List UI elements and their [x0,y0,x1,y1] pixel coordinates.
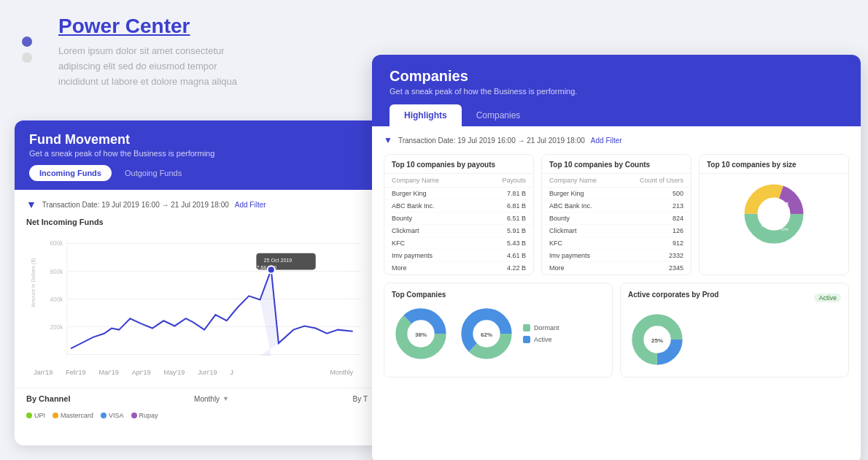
legend-sq-active [523,336,530,343]
svg-point-15 [268,266,275,273]
tab-outgoing-funds[interactable]: Outgoing Funds [115,165,192,181]
top-companies-title: Top Companies [392,291,605,299]
active-corporates-donut: 25% [628,310,686,369]
legend-rupay: Rupay [131,412,158,419]
tab-incoming-funds[interactable]: Incoming Funds [29,165,112,181]
svg-text:50%: 50% [780,227,788,231]
svg-text:600k: 600k [50,240,64,247]
x-label-jan: Jan'19 [34,369,53,376]
status-badge: Active [814,294,841,302]
legend-dot-mastercard [53,413,58,418]
table-row: KFC912 [542,237,691,250]
table-size: Top 10 companies by size 5 50% 1 32% [699,154,849,275]
x-label-apr: Apr'19 [132,369,151,376]
fund-card-subtitle: Get a sneak peak of how the Business is … [29,149,365,158]
table-row: Bounty824 [542,212,691,225]
page-title: Power Center [58,15,237,38]
table-row: Clickmart126 [542,225,691,237]
legend-dot-rupay [131,413,137,418]
counts-table: Company Name Count of Users Burger King5… [542,174,691,275]
toggle-dot-2 [22,53,32,63]
svg-text:600k: 600k [50,268,64,275]
legend-mastercard: Mastercard [53,412,93,419]
col-company-name-2: Company Name [542,174,619,188]
svg-text:25 Oct 2019: 25 Oct 2019 [264,258,292,264]
fund-card-header: Fund Movement Get a sneak peak of how th… [15,120,379,190]
fund-add-filter-button[interactable]: Add Filter [235,201,266,209]
table-payouts-title: Top 10 companies by payouts [384,155,533,174]
table-row: Burger King7.81 B [384,188,533,200]
top-companies-legend: Dormant Active [523,324,559,343]
size-donut-chart: 5 50% 1 32% [700,174,848,254]
table-row: More2345 [542,262,691,275]
x-label-jun: Jun'19 [198,369,217,376]
legend-dot-upi [26,413,32,418]
table-row: Imv payments2332 [542,250,691,262]
legend-sq-dormant [523,324,530,331]
col-company-name-1: Company Name [384,174,476,188]
fund-filter-text: Transaction Date: 19 Jul 2019 16:00 → 21… [42,201,229,209]
svg-text:32%: 32% [761,223,769,228]
fund-chart: 600k 600k 400k 200k Amount in Dollars ($… [26,232,368,367]
active-corporates-content: 25% [628,310,841,369]
x-label-mar: Mar'19 [99,369,119,376]
legend-dot-visa [101,413,106,418]
table-row: Burger King500 [542,188,691,200]
table-row: Bounty6.51 B [384,212,533,225]
table-counts-title: Top 10 companies by Counts [542,155,691,174]
svg-text:62%: 62% [481,331,492,338]
table-size-title: Top 10 companies by size [700,155,848,174]
svg-text:Amount in Dollars ($): Amount in Dollars ($) [31,258,36,307]
fund-card-body: ▼ Transaction Date: 19 Jul 2019 16:00 → … [15,190,379,385]
col-count-users: Count of Users [619,174,691,188]
companies-card: Companies Get a sneak peak of how the Bu… [372,55,861,460]
svg-text:38%: 38% [415,331,427,338]
table-counts: Top 10 companies by Counts Company Name … [541,154,691,275]
by-channel-bar: By Channel Monthly ▼ By T [15,388,379,409]
companies-subtitle: Get a sneak peak of how the Business is … [390,87,843,96]
filter-icon: ▼ [26,199,36,210]
fund-filter-bar: ▼ Transaction Date: 19 Jul 2019 16:00 → … [26,199,368,210]
svg-text:25%: 25% [651,337,663,344]
companies-title: Companies [390,68,843,85]
fund-movement-card: Fund Movement Get a sneak peak of how th… [15,120,379,445]
legend-visa: VISA [101,412,124,419]
companies-filter-text: Transaction Date: 19 Jul 2019 16:00 → 21… [398,137,585,145]
bottom-grid: Top Companies 38% 62% [384,283,849,377]
toggle-dots [22,37,32,63]
active-corporates-title: Active corporates by Prod [628,291,718,299]
svg-text:5: 5 [786,202,788,207]
chart-monthly-label: Monthly [330,369,360,376]
svg-text:1: 1 [767,216,770,221]
table-row: KFC5.43 B [384,237,533,250]
table-row: Clickmart5.91 B [384,225,533,237]
x-label-may: May'19 [163,369,185,376]
fund-card-title: Fund Movement [29,132,365,147]
table-row: More4.22 B [384,262,533,275]
svg-text:400k: 400k [50,296,64,303]
fund-legend: UPI Mastercard VISA Rupay [15,409,379,422]
toggle-dot-1 [22,37,32,47]
companies-add-filter-button[interactable]: Add Filter [591,137,622,145]
table-row: ABC Bank Inc.213 [542,200,691,212]
svg-text:200k: 200k [50,324,64,331]
top-companies-content: 38% 62% Dormant [392,304,605,363]
companies-filter-bar: ▼ Transaction Date: 19 Jul 2019 16:00 → … [384,135,849,145]
companies-filter-icon: ▼ [384,135,392,145]
companies-body: ▼ Transaction Date: 19 Jul 2019 16:00 → … [372,126,861,448]
legend-dormant: Dormant [523,324,559,331]
chart-title: Net Incoming Funds [26,218,368,226]
legend-upi: UPI [26,412,45,419]
x-label-feb: Feb'19 [66,369,85,376]
by-channel-title: By Channel [26,394,71,403]
col-payouts: Payouts [476,174,533,188]
tab-highlights[interactable]: Highlights [390,104,462,126]
companies-tabs: Highlights Companies [390,104,843,126]
tab-companies[interactable]: Companies [462,104,535,126]
fund-tabs: Incoming Funds Outgoing Funds [29,165,365,181]
x-label-j: J [230,369,233,376]
page-description: Lorem ipsum dolor sit amet consectetur a… [58,44,237,89]
table-row: Imv payments4.61 B [384,250,533,262]
top-companies-card: Top Companies 38% 62% [384,283,613,377]
legend-active: Active [523,336,559,343]
